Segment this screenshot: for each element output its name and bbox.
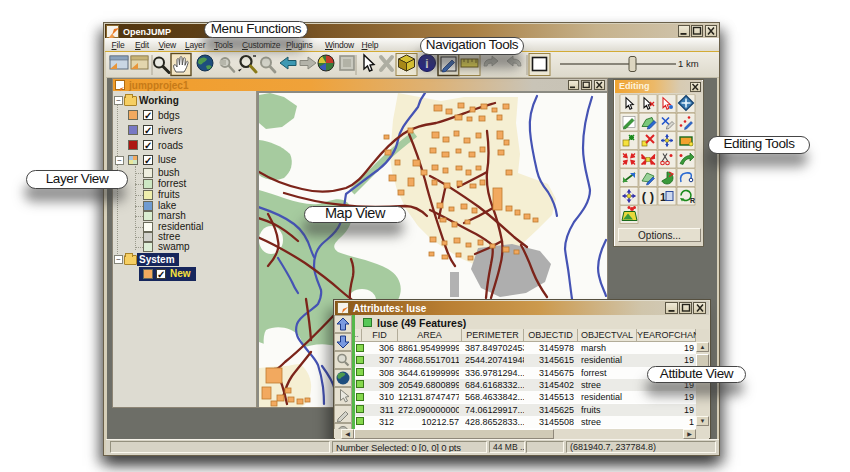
svg-text:R: R	[690, 197, 695, 204]
svg-text:1 km: 1 km	[678, 58, 699, 69]
svg-text:i: i	[425, 57, 428, 71]
svg-text:( ): ( )	[642, 189, 654, 204]
svg-text:1: 1	[660, 191, 666, 203]
